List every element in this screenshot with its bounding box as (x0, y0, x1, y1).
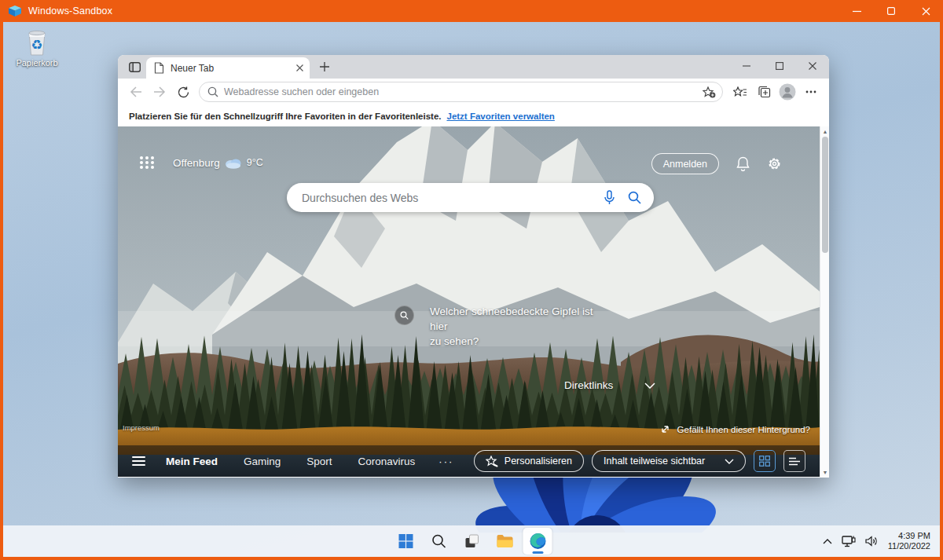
taskbar-search-button[interactable] (424, 528, 453, 555)
tray-chevron-up-icon[interactable] (823, 539, 832, 544)
feed-tab-coronavirus[interactable]: Coronavirus (358, 456, 416, 467)
quick-links-toggle[interactable]: Direktlinks (564, 379, 655, 391)
taskbar-clock[interactable]: 4:39 PM 11/20/2022 (888, 531, 935, 552)
background-feedback-link[interactable]: Gefällt Ihnen dieser Hintergrund? (660, 424, 810, 434)
edge-taskbar-button[interactable] (523, 528, 552, 555)
feed-tab-gaming[interactable]: Gaming (244, 456, 281, 467)
weather-temperature: 9°C (247, 157, 263, 168)
scrollbar-up-arrow[interactable]: ▲ (820, 126, 829, 136)
sandbox-maximize-button[interactable] (874, 0, 908, 22)
feed-tab-mein-feed[interactable]: Mein Feed (166, 456, 218, 467)
ntp-search-input[interactable] (302, 192, 591, 204)
sandbox-window-title: Windows-Sandbox (28, 5, 112, 16)
task-view-button[interactable] (457, 528, 486, 555)
manage-favorites-link[interactable]: Jetzt Favoriten verwalten (446, 112, 554, 121)
clock-time: 4:39 PM (888, 531, 930, 542)
taskbar: 4:39 PM 11/20/2022 (3, 525, 940, 557)
address-input[interactable] (224, 86, 697, 97)
sandbox-minimize-button[interactable] (839, 0, 874, 22)
notifications-bell-icon[interactable] (736, 156, 750, 171)
back-button[interactable] (125, 82, 147, 102)
new-tab-page: Offenburg 9°C Anmelden (118, 126, 829, 477)
tab-neuer-tab[interactable]: Neuer Tab (146, 57, 310, 79)
quick-links-label: Direktlinks (564, 379, 613, 391)
quiz-search-icon (394, 306, 414, 325)
feed-list-layout-button[interactable] (783, 450, 805, 472)
edge-minimize-button[interactable] (730, 55, 763, 77)
scrollbar-thumb[interactable] (822, 137, 828, 253)
tab-actions-menu-button[interactable] (124, 58, 145, 75)
edge-maximize-button[interactable] (763, 55, 796, 77)
search-icon (207, 86, 218, 97)
search-icon (431, 534, 446, 548)
grid-layout-icon (759, 456, 770, 467)
content-visibility-dropdown[interactable]: Inhalt teilweise sichtbar (592, 450, 746, 472)
sandbox-close-button[interactable] (908, 0, 943, 22)
clock-date: 11/20/2022 (888, 541, 930, 552)
page-scrollbar[interactable]: ▲ ▼ (820, 126, 829, 477)
impressum-link[interactable]: Impressum (123, 423, 160, 432)
forward-button[interactable] (149, 82, 171, 102)
voice-search-mic-icon[interactable] (604, 190, 615, 206)
feed-menu-icon[interactable] (132, 456, 145, 466)
background-quiz-link[interactable]: Welcher schneebedeckte Gipfel ist hier z… (394, 304, 604, 349)
recycle-bin-shortcut[interactable]: ♻ Papierkorb (9, 28, 64, 68)
refresh-button[interactable] (172, 82, 194, 102)
quiz-question-text: Welcher schneebedeckte Gipfel ist hier z… (430, 304, 604, 349)
collections-button[interactable] (753, 82, 775, 102)
scrollbar-down-arrow[interactable]: ▼ (820, 467, 829, 477)
feed-grid-layout-button[interactable] (754, 450, 776, 472)
sign-in-button[interactable]: Anmelden (651, 153, 719, 174)
sandbox-desktop: ♻ Papierkorb Neuer Tab (3, 22, 940, 557)
chevron-down-icon (644, 382, 655, 389)
recycle-bin-icon: ♻ (24, 28, 50, 57)
favorites-button[interactable] (729, 82, 751, 102)
favorites-bar: Platzieren Sie für den Schnellzugriff Ih… (118, 105, 829, 126)
feed-more-button[interactable]: ··· (438, 456, 453, 467)
favorites-notice-text: Platzieren Sie für den Schnellzugriff Ih… (129, 112, 441, 121)
chevron-down-icon (725, 459, 734, 464)
profile-avatar[interactable] (776, 82, 798, 102)
tab-title: Neuer Tab (171, 63, 290, 74)
settings-more-button[interactable] (800, 82, 822, 102)
new-tab-button[interactable] (314, 58, 335, 75)
search-submit-icon[interactable] (628, 191, 641, 204)
feed-tab-sport[interactable]: Sport (306, 456, 332, 467)
page-settings-gear-icon[interactable] (767, 156, 782, 171)
svg-text:♻: ♻ (31, 37, 42, 53)
edge-close-button[interactable] (796, 55, 829, 77)
expand-diagonal-icon (660, 424, 670, 434)
feed-bar: Mein Feed Gaming Sport Coronavirus ··· P… (118, 445, 820, 477)
add-favorite-icon[interactable] (703, 86, 716, 98)
sandbox-titlebar: Windows-Sandbox (0, 0, 943, 22)
personalize-label: Personalisieren (505, 456, 572, 467)
file-explorer-button[interactable] (490, 528, 519, 555)
windows-sandbox-icon (9, 5, 21, 16)
page-icon (154, 62, 164, 74)
windows-start-icon (398, 533, 413, 549)
network-ethernet-icon[interactable] (842, 536, 856, 547)
background-feedback-label: Gefällt Ihnen dieser Hintergrund? (677, 425, 810, 434)
weather-widget[interactable]: Offenburg 9°C (173, 156, 263, 169)
list-layout-icon (789, 457, 800, 466)
task-view-icon (464, 533, 479, 549)
file-explorer-icon (496, 534, 513, 548)
apps-launcher-button[interactable] (140, 156, 155, 169)
recycle-bin-label: Papierkorb (9, 58, 64, 68)
start-button[interactable] (391, 528, 420, 555)
edge-tabstrip: Neuer Tab (118, 55, 829, 79)
address-bar[interactable] (199, 82, 723, 102)
cloud-icon (224, 156, 243, 169)
edge-icon (529, 533, 546, 550)
content-visibility-label: Inhalt teilweise sichtbar (604, 456, 705, 467)
tab-close-icon[interactable] (296, 64, 303, 71)
edge-toolbar (118, 79, 829, 105)
ntp-search-box[interactable] (287, 183, 654, 212)
edge-browser-window: Neuer Tab (118, 55, 829, 478)
volume-icon[interactable] (865, 536, 879, 547)
personalize-star-icon (486, 456, 498, 467)
weather-location: Offenburg (173, 157, 220, 169)
personalize-button[interactable]: Personalisieren (474, 450, 584, 472)
